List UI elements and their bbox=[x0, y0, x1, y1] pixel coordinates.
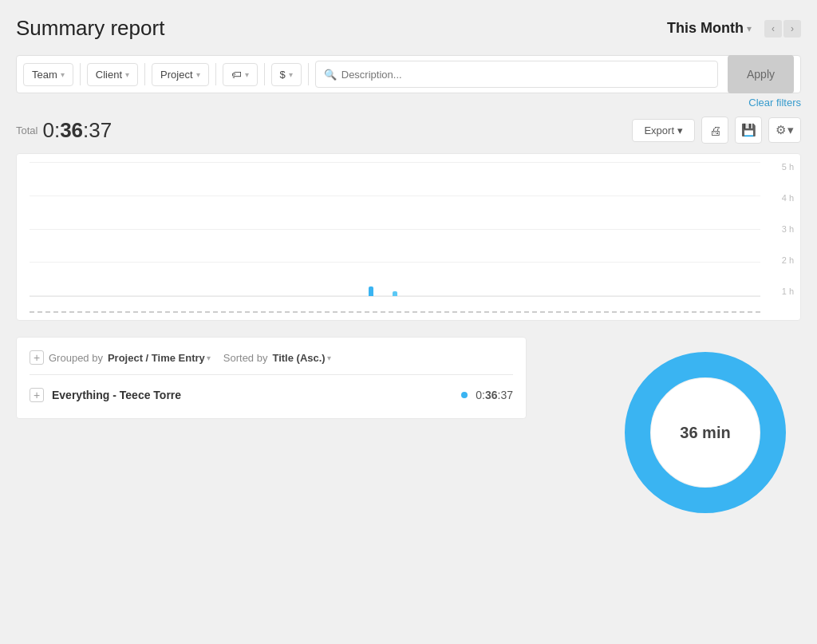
filter-divider-3 bbox=[215, 63, 216, 85]
tags-chevron-icon: ▾ bbox=[245, 70, 249, 79]
filter-bar: Team ▾ Client ▾ Project ▾ 🏷 ▾ $ ▾ 🔍 Appl… bbox=[16, 55, 801, 93]
grouped-by-label: Grouped by bbox=[49, 352, 103, 364]
clear-filters-row: Clear filters bbox=[16, 97, 801, 109]
sorted-by-label: Sorted by bbox=[223, 352, 268, 364]
divider-line bbox=[30, 374, 513, 375]
chart-container: 5 h4 h3 h2 h1 h bbox=[16, 153, 801, 321]
group-controls: + Grouped by Project / Time Entry ▾ Sort… bbox=[30, 350, 513, 365]
total-actions: Export ▾ 🖨 💾 ⚙ ▾ bbox=[632, 117, 801, 144]
entry-color-dot bbox=[461, 392, 468, 398]
search-container: 🔍 bbox=[315, 61, 718, 88]
dollar-filter-button[interactable]: $ ▾ bbox=[271, 63, 302, 86]
grouped-by-dropdown[interactable]: Project / Time Entry ▾ bbox=[108, 352, 211, 364]
project-filter-button[interactable]: Project ▾ bbox=[152, 63, 208, 86]
chart-y-label: 5 h bbox=[782, 162, 794, 172]
sorted-by-dropdown[interactable]: Title (Asc.) ▾ bbox=[272, 352, 330, 364]
clear-filters-link[interactable]: Clear filters bbox=[748, 97, 801, 109]
chart-bar-column bbox=[360, 286, 384, 296]
bottom-area: + Grouped by Project / Time Entry ▾ Sort… bbox=[16, 337, 801, 528]
chart-bar bbox=[369, 286, 373, 296]
filter-divider-4 bbox=[264, 63, 265, 85]
sorted-by-value: Title (Asc.) bbox=[272, 352, 325, 364]
sorted-by-chevron-icon: ▾ bbox=[327, 354, 331, 362]
next-arrow-button[interactable]: › bbox=[783, 20, 801, 38]
expand-entry-button[interactable]: + bbox=[30, 388, 44, 402]
gear-icon: ⚙ bbox=[776, 123, 786, 137]
chart-bars-area bbox=[30, 162, 760, 296]
chart-x-dashes bbox=[30, 311, 760, 313]
chart-y-label: 3 h bbox=[782, 224, 794, 234]
total-time: 0:36:37 bbox=[42, 118, 112, 143]
dollar-chevron-icon: ▾ bbox=[289, 70, 293, 79]
entry-time: 0:36:37 bbox=[476, 389, 513, 401]
client-filter-button[interactable]: Client ▾ bbox=[87, 63, 138, 86]
list-item: + Everything - Teece Torre 0:36:37 bbox=[30, 385, 513, 405]
filter-divider-2 bbox=[144, 63, 145, 85]
team-chevron-icon: ▾ bbox=[61, 70, 65, 79]
gear-chevron-icon: ▾ bbox=[787, 123, 794, 137]
settings-button[interactable]: ⚙ ▾ bbox=[768, 117, 801, 143]
grouped-by-chevron-icon: ▾ bbox=[207, 354, 211, 362]
print-icon: 🖨 bbox=[709, 124, 721, 137]
search-input[interactable] bbox=[341, 69, 709, 81]
donut-label: 36 min bbox=[680, 424, 730, 442]
search-icon: 🔍 bbox=[324, 69, 337, 81]
prev-arrow-button[interactable]: ‹ bbox=[764, 20, 782, 38]
grouped-section: + Grouped by Project / Time Entry ▾ Sort… bbox=[16, 337, 527, 419]
expand-group-button[interactable]: + bbox=[30, 350, 44, 365]
header-right: This Month ▾ ‹ › bbox=[667, 20, 801, 38]
print-button[interactable]: 🖨 bbox=[701, 117, 728, 144]
bottom-left: + Grouped by Project / Time Entry ▾ Sort… bbox=[16, 337, 610, 528]
page-title: Summary report bbox=[16, 16, 164, 41]
filter-divider-1 bbox=[80, 63, 81, 85]
chart-x-axis bbox=[30, 296, 760, 320]
filter-divider-5 bbox=[308, 63, 309, 85]
month-label: This Month bbox=[667, 20, 744, 37]
total-left: Total 0:36:37 bbox=[16, 118, 112, 143]
tags-icon: 🏷 bbox=[231, 69, 242, 81]
apply-button[interactable]: Apply bbox=[728, 55, 794, 93]
total-row: Total 0:36:37 Export ▾ 🖨 💾 ⚙ ▾ bbox=[16, 117, 801, 144]
save-button[interactable]: 💾 bbox=[735, 117, 762, 144]
grouped-by-value: Project / Time Entry bbox=[108, 352, 205, 364]
chart-y-label: 1 h bbox=[782, 286, 794, 296]
chart-y-label: 4 h bbox=[782, 193, 794, 203]
month-selector[interactable]: This Month ▾ bbox=[667, 20, 752, 37]
month-dropdown-icon: ▾ bbox=[747, 23, 752, 34]
floppy-icon: 💾 bbox=[741, 123, 756, 137]
export-button[interactable]: Export ▾ bbox=[632, 119, 695, 142]
donut-chart: 36 min bbox=[610, 337, 801, 528]
total-label: Total bbox=[16, 124, 37, 136]
client-chevron-icon: ▾ bbox=[125, 70, 129, 79]
chart-y-label: 2 h bbox=[782, 255, 794, 265]
entry-name: Everything - Teece Torre bbox=[52, 389, 453, 401]
nav-arrows: ‹ › bbox=[764, 20, 801, 38]
team-filter-button[interactable]: Team ▾ bbox=[23, 63, 73, 86]
project-chevron-icon: ▾ bbox=[196, 70, 200, 79]
chart-y-labels: 5 h4 h3 h2 h1 h bbox=[782, 162, 794, 296]
export-chevron-icon: ▾ bbox=[677, 124, 683, 136]
tags-filter-button[interactable]: 🏷 ▾ bbox=[223, 63, 258, 86]
